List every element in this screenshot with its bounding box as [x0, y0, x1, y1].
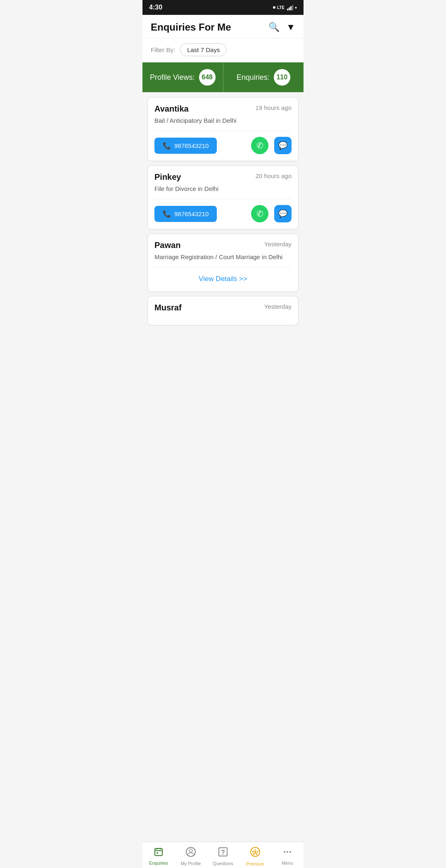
card-header: Pawan Yesterday [154, 241, 292, 250]
enquiry-card-musraf: Musraf Yesterday [147, 296, 299, 325]
phone-icon: 📞 [163, 142, 171, 150]
card-header: Avantika 19 hours ago [154, 104, 292, 114]
enquiry-card-pawan: Pawan Yesterday Marriage Registration / … [147, 234, 299, 292]
call-button[interactable]: 📞 9876543210 [154, 206, 217, 222]
filter-row: Filter By: Last 7 Days [142, 38, 304, 62]
enquirer-name: Avantika [154, 104, 189, 114]
battery-icon: ▪ [295, 4, 297, 11]
filter-icon[interactable]: ▼ [286, 22, 295, 33]
lte-icon: LTE [277, 5, 285, 10]
enquirer-name: Pinkey [154, 172, 181, 182]
action-icons: ✆ 💬 [251, 205, 292, 222]
profile-views-count: 648 [199, 69, 216, 86]
enquirer-name: Pawan [154, 241, 180, 250]
phone-icon: 📞 [163, 210, 171, 218]
header-actions: 🔍 ▼ [268, 22, 295, 33]
profile-views-stat: Profile Views: 648 [142, 62, 223, 92]
enquiries-stat: Enquiries: 110 [223, 62, 304, 92]
call-button[interactable]: 📞 9876543210 [154, 138, 217, 154]
enquiry-description: File for Divorce in Delhi [154, 184, 292, 193]
status-bar: 4:30 LTE ▪ [142, 0, 304, 15]
whatsapp-button[interactable]: ✆ [251, 137, 268, 154]
card-header: Pinkey 20 hours ago [154, 172, 292, 182]
phone-number: 9876543210 [174, 210, 209, 217]
dot-icon [273, 6, 275, 9]
stats-bar: Profile Views: 648 Enquiries: 110 [142, 62, 304, 92]
action-icons: ✆ 💬 [251, 137, 292, 154]
enquiry-time: Yesterday [264, 241, 292, 248]
enquiry-time: Yesterday [264, 303, 292, 310]
card-divider [154, 267, 292, 267]
enquiry-card-avantika: Avantika 19 hours ago Bail / Anticipator… [147, 97, 299, 161]
search-icon[interactable]: 🔍 [268, 22, 280, 33]
message-icon: 💬 [278, 141, 287, 150]
card-divider [154, 131, 292, 131]
card-divider [154, 199, 292, 199]
whatsapp-icon: ✆ [256, 209, 263, 219]
enquiry-description: Marriage Registration / Court Marriage i… [154, 253, 292, 261]
filter-label: Filter By: [151, 46, 175, 53]
card-actions: 📞 9876543210 ✆ 💬 [154, 205, 292, 222]
whatsapp-icon: ✆ [256, 141, 263, 150]
page-header: Enquiries For Me 🔍 ▼ [142, 15, 304, 38]
card-header: Musraf Yesterday [154, 303, 292, 312]
page-title: Enquiries For Me [151, 21, 231, 33]
enquiries-list: Avantika 19 hours ago Bail / Anticipator… [142, 92, 304, 325]
view-details-link[interactable]: View Details >> [154, 273, 292, 285]
message-button[interactable]: 💬 [274, 205, 292, 222]
whatsapp-button[interactable]: ✆ [251, 205, 268, 222]
enquirer-name: Musraf [154, 303, 182, 312]
status-icons: LTE ▪ [273, 4, 297, 11]
enquiry-time: 19 hours ago [255, 104, 292, 111]
enquiries-label: Enquiries: [237, 73, 270, 82]
enquiries-count: 110 [274, 69, 290, 86]
message-button[interactable]: 💬 [274, 137, 292, 154]
enquiry-time: 20 hours ago [255, 172, 292, 179]
card-actions: 📞 9876543210 ✆ 💬 [154, 137, 292, 154]
enquiry-description: Bail / Anticipatory Bail in Delhi [154, 116, 292, 125]
enquiry-card-pinkey: Pinkey 20 hours ago File for Divorce in … [147, 165, 299, 229]
phone-number: 9876543210 [174, 142, 209, 149]
filter-chip[interactable]: Last 7 Days [180, 43, 227, 56]
status-time: 4:30 [149, 4, 162, 11]
profile-views-label: Profile Views: [150, 73, 195, 82]
message-icon: 💬 [278, 209, 287, 218]
signal-icon [287, 5, 293, 10]
